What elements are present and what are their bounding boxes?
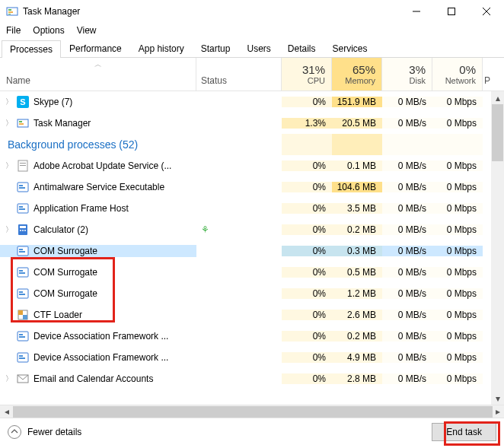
- process-list: 〉SSkype (7)0%151.9 MB0 MB/s0 Mbps〉Task M…: [0, 91, 504, 405]
- cpu-cell: 0%: [282, 267, 332, 278]
- vertical-scrollbar[interactable]: ▴ ▾: [491, 91, 504, 405]
- tab-strip: Processes Performance App history Startu…: [0, 40, 504, 58]
- table-row[interactable]: 〉Task Manager1.3%20.5 MB0 MB/s0 Mbps: [0, 113, 504, 134]
- svg-rect-44: [19, 357, 25, 359]
- fewer-details-button[interactable]: Fewer details: [8, 425, 81, 439]
- process-icon: [17, 224, 29, 236]
- menu-file[interactable]: File: [6, 25, 21, 36]
- expand-icon[interactable]: 〉: [5, 373, 14, 384]
- disk-cell: 0 MB/s: [382, 267, 432, 278]
- table-row[interactable]: COM Surrogate0%0.3 MB0 MB/s0 Mbps: [0, 240, 504, 262]
- minimize-button[interactable]: [399, 0, 434, 23]
- table-row[interactable]: Device Association Framework ...0%4.9 MB…: [0, 347, 504, 368]
- table-row[interactable]: Application Frame Host0%3.5 MB0 MB/s0 Mb…: [0, 198, 504, 219]
- svg-rect-32: [19, 272, 25, 274]
- memory-cell: 0.5 MB: [332, 267, 382, 278]
- scroll-thumb[interactable]: [492, 104, 503, 161]
- table-row[interactable]: COM Surrogate0%0.5 MB0 MB/s0 Mbps: [0, 262, 504, 283]
- network-cell: 0 Mbps: [432, 373, 483, 384]
- process-icon: [17, 266, 29, 278]
- menu-options[interactable]: Options: [33, 25, 64, 36]
- cpu-cell: 1.3%: [282, 118, 332, 129]
- network-cell: 0 Mbps: [432, 310, 483, 320]
- tab-performance[interactable]: Performance: [61, 40, 130, 57]
- table-row[interactable]: 〉Adobe Acrobat Update Service (...0%0.1 …: [0, 155, 504, 176]
- network-cell: 0 Mbps: [432, 203, 483, 214]
- svg-text:S: S: [20, 97, 25, 106]
- hscroll-track[interactable]: [13, 405, 491, 418]
- expand-icon[interactable]: 〉: [5, 97, 14, 107]
- process-icon: [17, 373, 29, 385]
- svg-rect-31: [19, 270, 23, 272]
- svg-rect-12: [19, 123, 24, 125]
- cpu-cell: 0%: [282, 246, 332, 256]
- process-name: Device Association Framework ...: [33, 352, 168, 363]
- network-cell: 0 Mbps: [432, 246, 483, 256]
- network-label: Network: [432, 76, 476, 85]
- expand-icon[interactable]: 〉: [5, 224, 14, 235]
- process-name: COM Surrogate: [33, 246, 97, 256]
- table-row[interactable]: Antimalware Service Executable0%104.6 MB…: [0, 176, 504, 198]
- hscroll-left-icon[interactable]: ◂: [0, 405, 13, 418]
- svg-rect-1: [8, 9, 11, 11]
- table-row[interactable]: 〉Calculator (2)⚘0%0.2 MB0 MB/s0 Mbps: [0, 219, 504, 240]
- process-name: CTF Loader: [33, 310, 82, 320]
- svg-rect-38: [23, 315, 27, 319]
- col-header-disk[interactable]: 3% Disk: [382, 58, 432, 91]
- svg-rect-20: [19, 206, 23, 208]
- sort-indicator-icon: ︿: [94, 59, 102, 70]
- scroll-up-icon[interactable]: ▴: [491, 91, 504, 104]
- tab-processes[interactable]: Processes: [2, 40, 61, 58]
- col-header-memory[interactable]: 65% Memory: [332, 58, 382, 91]
- cpu-cell: 0%: [282, 203, 332, 214]
- hscroll-right-icon[interactable]: ▸: [491, 405, 504, 418]
- col-header-cpu[interactable]: 31% CPU: [282, 58, 332, 91]
- memory-cell: 0.3 MB: [332, 246, 382, 256]
- footer-bar: Fewer details End task: [0, 418, 504, 445]
- table-row[interactable]: 〉SSkype (7)0%151.9 MB0 MB/s0 Mbps: [0, 91, 504, 113]
- table-row[interactable]: COM Surrogate0%1.2 MB0 MB/s0 Mbps: [0, 283, 504, 304]
- end-task-button[interactable]: End task: [432, 423, 496, 441]
- svg-rect-5: [448, 8, 455, 15]
- memory-cell: 104.6 MB: [332, 182, 382, 192]
- disk-cell: 0 MB/s: [382, 246, 432, 256]
- process-icon: [17, 330, 29, 342]
- horizontal-scrollbar[interactable]: ◂ ▸: [0, 405, 504, 418]
- scroll-down-icon[interactable]: ▾: [491, 392, 504, 405]
- svg-rect-11: [19, 121, 22, 122]
- memory-cell: 0.2 MB: [332, 331, 382, 342]
- close-button[interactable]: [469, 0, 504, 23]
- memory-cell: 2.6 MB: [332, 310, 382, 320]
- disk-label: Disk: [382, 76, 426, 85]
- col-header-name[interactable]: ︿ Name: [0, 58, 196, 91]
- menu-view[interactable]: View: [77, 25, 97, 36]
- disk-cell: 0 MB/s: [382, 224, 432, 235]
- tab-users[interactable]: Users: [238, 40, 279, 57]
- maximize-button[interactable]: [434, 0, 469, 23]
- scroll-track[interactable]: [491, 104, 504, 392]
- col-name-label: Name: [6, 75, 30, 86]
- tab-app-history[interactable]: App history: [130, 40, 193, 57]
- svg-rect-29: [19, 251, 25, 253]
- network-cell: 0 Mbps: [432, 331, 483, 342]
- network-cell: 0 Mbps: [432, 97, 483, 107]
- col-header-status[interactable]: Status: [196, 58, 282, 91]
- process-name: Adobe Acrobat Update Service (...: [33, 160, 171, 171]
- tab-services[interactable]: Services: [324, 40, 376, 57]
- table-row[interactable]: 〉Email and Calendar Accounts0%2.8 MB0 MB…: [0, 368, 504, 389]
- table-row[interactable]: Device Association Framework ...0%0.2 MB…: [0, 326, 504, 347]
- col-header-extra[interactable]: P: [483, 58, 495, 91]
- process-icon: [17, 309, 29, 321]
- table-row[interactable]: CTF Loader0%2.6 MB0 MB/s0 Mbps: [0, 304, 504, 326]
- memory-cell: 1.2 MB: [332, 288, 382, 299]
- tab-details[interactable]: Details: [279, 40, 324, 57]
- hscroll-thumb[interactable]: [13, 406, 493, 418]
- disk-cell: 0 MB/s: [382, 182, 432, 192]
- col-status-label: Status: [201, 75, 227, 86]
- tab-startup[interactable]: Startup: [193, 40, 239, 57]
- expand-icon[interactable]: 〉: [5, 118, 14, 129]
- col-header-network[interactable]: 0% Network: [432, 58, 483, 91]
- disk-cell: 0 MB/s: [382, 118, 432, 129]
- expand-icon[interactable]: 〉: [5, 160, 14, 171]
- svg-rect-15: [20, 165, 26, 166]
